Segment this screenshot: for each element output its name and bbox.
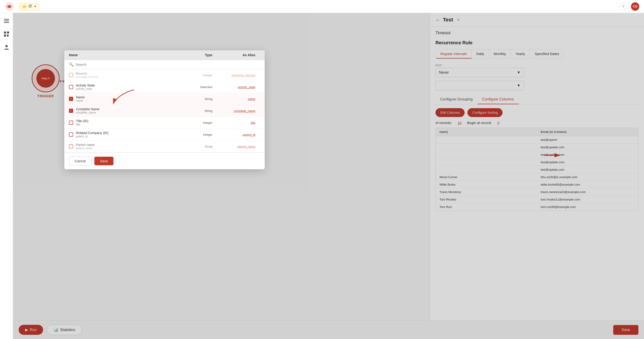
modal-row-secondary-name: name	[76, 99, 176, 102]
modal-row-activity-state: Activity State activity_state Selection …	[64, 81, 265, 93]
modal-cancel-button[interactable]: Cancel	[69, 156, 92, 166]
modal-row-primary-bounce: Bounce	[76, 72, 176, 75]
modal-row-complete-name: ✓ Complete Name complete_name String com…	[64, 105, 265, 117]
modal-row-parent-name: Parent name parent_name String parent_na…	[64, 141, 265, 152]
modal-col-name-header: Name	[69, 53, 176, 57]
sidebar-menu-icon[interactable]	[2, 17, 11, 25]
modal-row-name: ✓ Name name String name	[64, 93, 265, 105]
modal-row-names-related-company: Related Company (ID) parent_id	[76, 131, 176, 138]
modal-footer: Cancel Save	[64, 152, 265, 169]
workspace-icon: ⭐	[22, 4, 27, 9]
svg-rect-5	[4, 32, 6, 34]
modal-row-secondary-title: title	[76, 123, 176, 126]
modal-row-alias-bounce[interactable]: message_bounce	[215, 74, 260, 77]
modal-row-bounce: Bounce message_bounce Integer message_bo…	[64, 69, 265, 81]
modal-row-primary-activity-state: Activity State	[76, 84, 176, 87]
modal-row-alias-name[interactable]: name	[215, 97, 260, 101]
modal-row-type-parent-name: String	[179, 145, 212, 148]
modal-checkbox-name[interactable]: ✓	[69, 97, 73, 101]
svg-rect-2	[4, 19, 9, 20]
workspace-name: IT	[29, 5, 32, 9]
modal-row-type-bounce: Integer	[179, 74, 212, 77]
sidebar-user-icon[interactable]	[2, 43, 11, 51]
modal-row-primary-title: Title (ID)	[76, 119, 176, 123]
modal-row-secondary-bounce: message_bounce	[76, 75, 176, 79]
modal-row-secondary-complete-name: complete_name	[76, 111, 176, 114]
app-logo[interactable]	[5, 2, 14, 11]
modal-row-names-name: Name name	[76, 95, 176, 102]
modal-checkbox-related-company[interactable]	[69, 132, 73, 137]
modal-row-names-title: Title (ID) title	[76, 119, 176, 126]
modal-checkbox-complete-name[interactable]: ✓	[69, 109, 73, 113]
modal-checkbox-title[interactable]	[69, 121, 73, 125]
help-button[interactable]: ?	[620, 3, 627, 10]
column-selector-modal: Name Type As Alias 🔍 Bounce message_boun…	[64, 50, 265, 169]
modal-row-secondary-related-company: parent_id	[76, 135, 176, 138]
svg-line-9	[8, 35, 9, 36]
modal-rows-container: Bounce message_bounce Integer message_bo…	[64, 69, 265, 152]
workspace-chevron-icon: ▼	[34, 5, 36, 8]
topbar: ⭐ IT ▼ ? CO	[0, 0, 644, 13]
modal-save-button[interactable]: Save	[94, 157, 114, 165]
canvas-area: http:// TRIGGER → ← Test ✎ Timeout Recur…	[13, 13, 644, 339]
modal-row-primary-complete-name: Complete Name	[76, 107, 176, 111]
svg-point-10	[5, 45, 8, 47]
modal-row-type-complete-name: String	[179, 109, 212, 113]
svg-rect-7	[4, 35, 6, 37]
modal-table-header: Name Type As Alias	[64, 50, 265, 60]
sidebar-grid-icon[interactable]	[2, 30, 11, 38]
modal-row-type-related-company: Integer	[179, 133, 212, 136]
topbar-right: ? CO	[620, 2, 639, 11]
modal-row-title: Title (ID) title Integer title	[64, 117, 265, 129]
user-avatar[interactable]: CO	[631, 2, 639, 11]
svg-rect-3	[4, 21, 9, 21]
modal-row-type-name: String	[179, 97, 212, 101]
modal-col-type-header: Type	[176, 53, 212, 57]
sidebar	[0, 13, 13, 339]
modal-checkbox-parent-name[interactable]	[69, 144, 73, 149]
modal-checkbox-activity-state[interactable]	[69, 85, 73, 89]
modal-row-names-activity-state: Activity State activity_state	[76, 84, 176, 91]
checkbox-check-icon: ✓	[70, 109, 72, 112]
modal-row-primary-name: Name	[76, 95, 176, 99]
modal-checkbox-bounce[interactable]	[69, 73, 73, 77]
checkbox-check-icon: ✓	[70, 97, 72, 101]
modal-row-alias-activity-state[interactable]: activity_state	[215, 85, 260, 89]
modal-overlay: Name Type As Alias 🔍 Bounce message_boun…	[13, 13, 644, 339]
modal-col-alias-header: As Alias	[212, 53, 260, 57]
svg-rect-6	[7, 32, 9, 34]
modal-row-names-parent-name: Parent name parent_name	[76, 143, 176, 150]
modal-row-alias-title[interactable]: title	[215, 121, 260, 125]
modal-row-secondary-parent-name: parent_name	[76, 147, 176, 150]
modal-row-alias-related-company[interactable]: parent_id	[215, 133, 260, 136]
modal-row-primary-related-company: Related Company (ID)	[76, 131, 176, 135]
modal-row-alias-complete-name[interactable]: complete_name	[215, 109, 260, 113]
workspace-selector[interactable]: ⭐ IT ▼	[19, 3, 40, 10]
svg-rect-8	[7, 35, 8, 37]
modal-row-names-bounce: Bounce message_bounce	[76, 72, 176, 79]
search-icon: 🔍	[69, 62, 74, 67]
modal-row-names-complete-name: Complete Name complete_name	[76, 107, 176, 114]
modal-search-input[interactable]	[76, 63, 260, 67]
modal-row-secondary-activity-state: activity_state	[76, 87, 176, 91]
svg-point-1	[8, 6, 10, 8]
modal-search-bar: 🔍	[64, 60, 265, 69]
modal-row-alias-parent-name[interactable]: parent_name	[215, 145, 260, 148]
modal-row-type-activity-state: Selection	[179, 85, 212, 89]
modal-row-related-company: Related Company (ID) parent_id Integer p…	[64, 129, 265, 141]
svg-rect-4	[4, 22, 9, 23]
modal-row-primary-parent-name: Parent name	[76, 143, 176, 147]
modal-row-type-title: Integer	[179, 121, 212, 125]
